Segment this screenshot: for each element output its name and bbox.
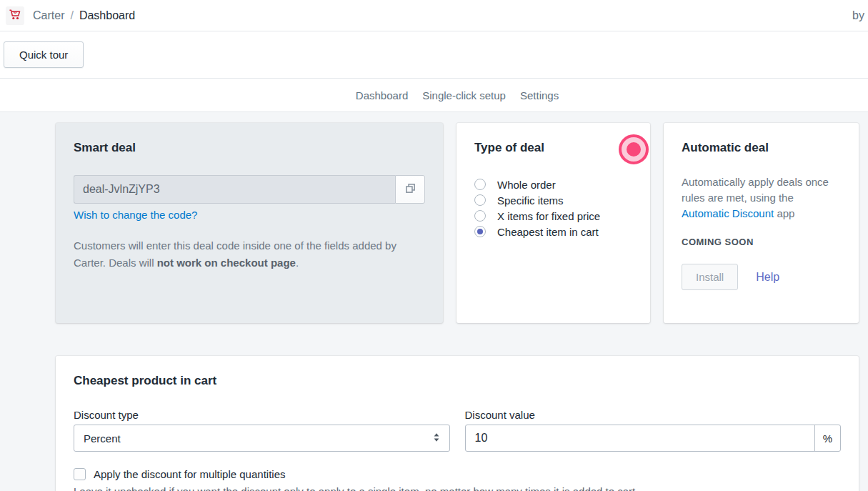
deal-code-group: deal-JvlnZjYP3 [74, 175, 425, 204]
top-bar: Carter / Dashboard by [0, 0, 868, 31]
discount-type-select[interactable]: Percent [74, 425, 450, 452]
radio-label: X items for fixed price [497, 210, 600, 222]
breadcrumb-separator: / [70, 9, 73, 22]
coming-soon-badge: COMING SOON [682, 237, 841, 247]
tab-dashboard[interactable]: Dashboard [356, 89, 408, 101]
smart-deal-title: Smart deal [74, 141, 425, 155]
help-link[interactable]: Help [756, 271, 779, 284]
change-code-link[interactable]: Wish to change the code? [74, 209, 197, 221]
type-of-deal-card: Type of deal Whole order Specific items … [457, 123, 650, 323]
deal-code-field: deal-JvlnZjYP3 [74, 175, 395, 204]
updown-arrows-icon [433, 432, 440, 445]
smart-deal-card: Smart deal deal-JvlnZjYP3 Wish to change… [56, 123, 443, 323]
multiple-quantities-checkbox[interactable] [74, 468, 86, 480]
automatic-deal-card: Automatic deal Automatically apply deals… [664, 123, 859, 323]
discount-value-input[interactable] [466, 425, 815, 451]
install-button[interactable]: Install [682, 264, 738, 290]
app-logo [6, 6, 24, 25]
breadcrumb-app[interactable]: Carter [33, 9, 64, 22]
type-of-deal-title: Type of deal [474, 141, 632, 155]
description-bold-text: not work on checkout page [157, 257, 296, 269]
percent-suffix: % [814, 425, 840, 451]
main-content: Smart deal deal-JvlnZjYP3 Wish to change… [0, 112, 868, 491]
toolbar: Quick tour [0, 31, 868, 79]
breadcrumb-page: Dashboard [79, 9, 135, 22]
radio-option-whole-order[interactable]: Whole order [474, 177, 632, 192]
cheapest-product-card: Cheapest product in cart Discount type P… [56, 356, 859, 491]
radio-icon[interactable] [474, 194, 486, 206]
radio-label: Cheapest item in cart [497, 226, 599, 238]
discount-type-value: Percent [84, 432, 121, 445]
description-period: . [296, 257, 299, 269]
radio-option-specific-items[interactable]: Specific items [474, 192, 632, 208]
radio-label: Whole order [497, 179, 556, 191]
radio-label: Specific items [497, 194, 564, 207]
tour-beacon-icon[interactable] [619, 134, 649, 164]
tour-beacon-dot [627, 142, 641, 157]
cart-icon [8, 7, 22, 24]
automatic-deal-title: Automatic deal [682, 141, 841, 155]
quick-tour-button[interactable]: Quick tour [4, 41, 84, 68]
radio-icon[interactable] [474, 179, 486, 190]
radio-option-x-items-fixed-price[interactable]: X items for fixed price [474, 208, 632, 224]
discount-type-label: Discount type [74, 409, 450, 421]
radio-option-cheapest-item[interactable]: Cheapest item in cart [474, 224, 632, 239]
topbar-right-text: by [852, 9, 864, 22]
automatic-discount-link[interactable]: Automatic Discount [682, 207, 774, 219]
multiple-quantities-help-text: Leave it unchecked if you want the disco… [74, 485, 841, 491]
multiple-quantities-label: Apply the discount for multiple quantiti… [94, 468, 285, 480]
tab-settings[interactable]: Settings [520, 89, 559, 101]
discount-value-group: % [465, 425, 842, 452]
discount-value-label: Discount value [465, 409, 842, 421]
radio-icon[interactable] [474, 210, 486, 222]
copy-icon [404, 182, 416, 197]
description-text: Automatically apply deals once rules are… [682, 176, 829, 204]
nav-bar: Dashboard Single-click setup Settings [0, 79, 868, 112]
radio-icon[interactable] [474, 226, 486, 237]
deal-type-options: Whole order Specific items X items for f… [474, 177, 632, 239]
description-text-after: app [774, 207, 794, 219]
smart-deal-description: Customers will enter this deal code insi… [74, 237, 425, 272]
automatic-deal-description: Automatically apply deals once rules are… [682, 174, 841, 222]
tab-single-click-setup[interactable]: Single-click setup [422, 89, 506, 101]
copy-code-button[interactable] [395, 175, 425, 204]
cheapest-product-title: Cheapest product in cart [74, 374, 841, 388]
